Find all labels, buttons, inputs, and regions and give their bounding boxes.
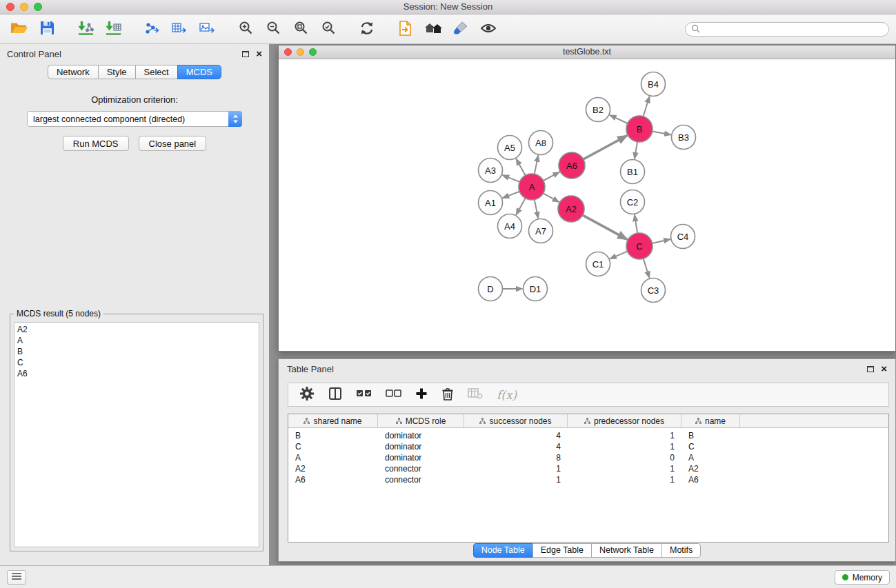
node-C2[interactable]: C2 — [621, 190, 645, 214]
column-header-name[interactable]: name — [681, 414, 740, 427]
close-table-panel-icon[interactable]: × — [881, 365, 887, 373]
tab-network[interactable]: Network — [48, 65, 99, 79]
refresh-view-button[interactable] — [353, 17, 381, 41]
table-cell[interactable]: A2 — [681, 463, 740, 474]
table-cell[interactable]: A6 — [288, 474, 378, 485]
network-maximize-button[interactable] — [309, 48, 317, 56]
network-close-button[interactable] — [284, 48, 292, 56]
edge-C-C4[interactable] — [653, 239, 670, 243]
node-C4[interactable]: C4 — [671, 225, 695, 249]
node-B4[interactable]: B4 — [641, 72, 666, 97]
table-row[interactable]: Adominator80A — [288, 452, 888, 463]
open-file-button[interactable] — [6, 17, 33, 41]
table-cell[interactable]: B — [288, 430, 378, 441]
table-cell[interactable]: dominator — [378, 430, 464, 441]
node-C[interactable]: C — [626, 233, 653, 259]
network-minimize-button[interactable] — [297, 48, 304, 56]
table-cell[interactable]: 4 — [464, 430, 568, 441]
table-row[interactable]: Cdominator41C — [288, 441, 888, 452]
tab-select[interactable]: Select — [135, 65, 178, 79]
network-window-titlebar[interactable]: testGlobe.txt — [279, 45, 895, 59]
node-C3[interactable]: C3 — [641, 278, 666, 303]
node-A4[interactable]: A4 — [498, 214, 522, 239]
node-C1[interactable]: C1 — [586, 252, 610, 276]
node-A8[interactable]: A8 — [529, 131, 553, 155]
maximize-window-button[interactable] — [34, 3, 42, 11]
edge-B-B3[interactable] — [653, 132, 671, 135]
deselect-all-button[interactable] — [386, 389, 401, 400]
edge-A6-B[interactable] — [584, 136, 628, 160]
table-cell[interactable]: connector — [378, 463, 464, 474]
edge-A-A2[interactable] — [544, 193, 559, 202]
edge-A-A5[interactable] — [516, 159, 526, 175]
edge-B-B2[interactable] — [610, 115, 628, 123]
search-input[interactable] — [704, 25, 883, 34]
edge-C-C1[interactable] — [610, 252, 628, 259]
table-cell[interactable]: A2 — [288, 463, 378, 474]
memory-button[interactable]: Memory — [835, 570, 890, 585]
zoom-fit-button[interactable] — [287, 17, 315, 41]
tab-mcds[interactable]: MCDS — [177, 65, 221, 79]
node-A2[interactable]: A2 — [558, 196, 584, 222]
column-header-successor-nodes[interactable]: successor nodes — [464, 414, 568, 427]
edge-C-C2[interactable] — [635, 214, 637, 233]
zoom-out-button[interactable] — [259, 17, 287, 41]
function-builder-button[interactable]: f(x) — [497, 388, 517, 402]
table-cell[interactable]: 1 — [568, 441, 681, 452]
minimize-window-button[interactable] — [20, 3, 28, 11]
node-A5[interactable]: A5 — [498, 136, 522, 160]
close-window-button[interactable] — [6, 3, 14, 11]
column-header-shared-name[interactable]: shared name — [288, 414, 378, 427]
table-row[interactable]: A2connector11A2 — [288, 463, 888, 474]
node-D[interactable]: D — [479, 277, 503, 301]
table-cell[interactable]: B — [681, 430, 740, 441]
edge-A-A4[interactable] — [516, 199, 526, 215]
table-cell[interactable]: dominator — [378, 452, 464, 463]
node-A7[interactable]: A7 — [529, 219, 553, 243]
node-B2[interactable]: B2 — [586, 98, 610, 122]
edge-B-B1[interactable] — [635, 142, 637, 159]
export-network-button[interactable] — [138, 17, 166, 41]
add-column-button[interactable] — [415, 387, 428, 402]
tab-network-table[interactable]: Network Table — [591, 543, 662, 558]
table-cell[interactable]: 1 — [464, 474, 568, 485]
show-hide-details-button[interactable] — [475, 17, 502, 41]
mcds-result-item[interactable]: A2 — [17, 324, 259, 335]
edge-A-A1[interactable] — [502, 192, 519, 199]
mcds-result-item[interactable]: A6 — [17, 368, 259, 379]
node-D1[interactable]: D1 — [524, 277, 548, 301]
import-network-button[interactable] — [72, 17, 99, 41]
float-panel-icon[interactable] — [242, 51, 249, 57]
column-header-predecessor-nodes[interactable]: predecessor nodes — [568, 414, 681, 427]
node-A1[interactable]: A1 — [479, 191, 503, 215]
node-B1[interactable]: B1 — [621, 160, 645, 184]
node-B3[interactable]: B3 — [672, 125, 696, 150]
first-neighbors-button[interactable] — [392, 17, 419, 41]
mcds-result-item[interactable]: B — [17, 346, 259, 357]
edge-A-A8[interactable] — [535, 155, 539, 174]
tab-style[interactable]: Style — [98, 65, 136, 79]
table-cell[interactable]: C — [681, 441, 740, 452]
edge-A-A3[interactable] — [502, 175, 519, 182]
zoom-in-button[interactable] — [232, 17, 259, 41]
table-cell[interactable]: 8 — [464, 452, 568, 463]
edge-B-B4[interactable] — [644, 97, 650, 116]
home-button[interactable] — [419, 17, 447, 41]
node-B[interactable]: B — [626, 116, 653, 142]
table-cell[interactable]: A — [681, 452, 740, 463]
table-cell[interactable]: dominator — [378, 441, 464, 452]
network-canvas[interactable]: AA1A2A3A4A5A6A7A8BB1B2B3B4CC1C2C3C4DD1 — [279, 60, 895, 351]
tab-motifs[interactable]: Motifs — [661, 543, 701, 558]
edge-A2-C[interactable] — [583, 215, 628, 239]
table-cell[interactable]: connector — [378, 474, 464, 485]
table-cell[interactable]: A — [288, 452, 378, 463]
delete-column-button[interactable] — [441, 387, 454, 403]
show-columns-button[interactable] — [328, 387, 342, 403]
table-cell[interactable]: A6 — [681, 474, 740, 485]
zoom-selected-button[interactable] — [315, 17, 342, 41]
tab-edge-table[interactable]: Edge Table — [532, 543, 592, 558]
column-header-MCDS-role[interactable]: MCDS role — [378, 414, 464, 427]
show-panels-button[interactable] — [7, 570, 26, 585]
table-cell[interactable]: 1 — [568, 474, 681, 485]
edge-A-A7[interactable] — [535, 200, 539, 219]
